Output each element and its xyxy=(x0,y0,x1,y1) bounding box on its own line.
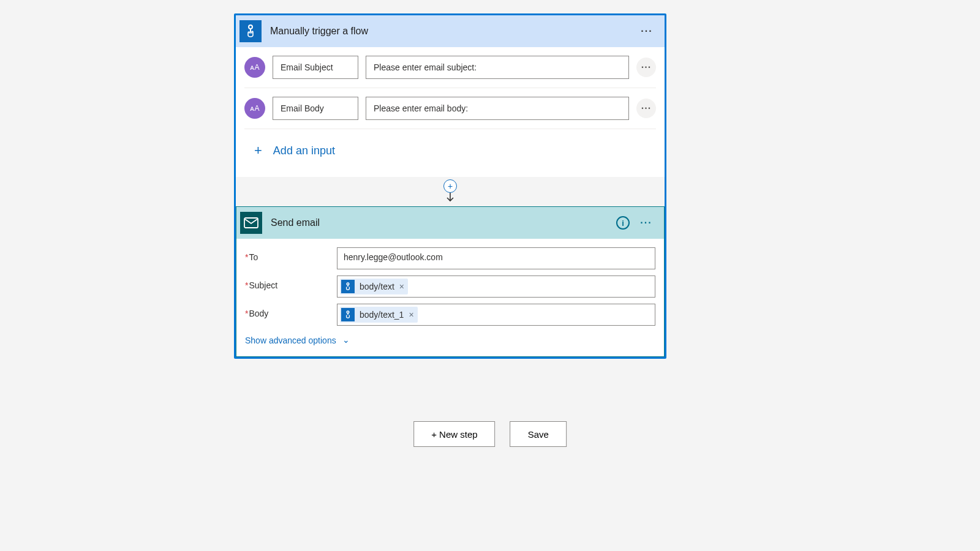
trigger-header[interactable]: Manually trigger a flow ··· xyxy=(236,15,665,47)
to-input[interactable]: henry.legge@outlook.com xyxy=(337,247,655,269)
save-button[interactable]: Save xyxy=(510,421,567,447)
new-step-button[interactable]: + New step xyxy=(413,421,495,447)
svg-point-3 xyxy=(347,311,349,313)
plus-icon: + xyxy=(254,143,262,159)
action-title: Send email xyxy=(271,217,616,228)
action-more-icon[interactable]: ··· xyxy=(637,217,655,228)
remove-token-icon[interactable]: × xyxy=(399,282,404,291)
text-type-icon: ᴀA xyxy=(244,57,265,78)
action-header[interactable]: Send email i ··· xyxy=(236,207,664,239)
svg-point-0 xyxy=(249,25,252,29)
text-type-icon: ᴀA xyxy=(244,98,265,119)
input-name-field[interactable]: Email Body xyxy=(273,97,358,120)
add-input-label: Add an input xyxy=(273,144,335,157)
input-prompt-field[interactable]: Please enter email subject: xyxy=(366,56,629,79)
input-prompt-field[interactable]: Please enter email body: xyxy=(366,97,629,120)
body-label: Body xyxy=(245,304,331,318)
token-label: body/text_1 xyxy=(360,310,404,320)
dynamic-token[interactable]: body/text_1 × xyxy=(340,307,418,323)
input-name-field[interactable]: Email Subject xyxy=(273,56,358,79)
subject-label: Subject xyxy=(245,276,331,290)
connector: + xyxy=(236,177,665,206)
to-label: To xyxy=(245,247,331,262)
trigger-input-row: ᴀA Email Body Please enter email body: ·… xyxy=(244,88,656,129)
manual-trigger-icon xyxy=(341,308,355,321)
body-input[interactable]: body/text_1 × xyxy=(337,304,655,326)
show-advanced-toggle[interactable]: Show advanced options ⌄ xyxy=(245,335,655,345)
svg-point-2 xyxy=(347,283,349,285)
trigger-card: Manually trigger a flow ··· ᴀA Email Sub… xyxy=(236,15,665,177)
add-input-button[interactable]: + Add an input xyxy=(244,129,656,174)
mail-icon xyxy=(240,212,262,234)
trigger-more-icon[interactable]: ··· xyxy=(638,26,656,37)
info-icon[interactable]: i xyxy=(616,216,630,230)
subject-input[interactable]: body/text × xyxy=(337,276,655,298)
trigger-title: Manually trigger a flow xyxy=(270,26,638,37)
token-label: body/text xyxy=(360,282,394,291)
manual-trigger-icon xyxy=(239,20,262,42)
advanced-label: Show advanced options xyxy=(245,335,336,345)
manual-trigger-icon xyxy=(341,280,355,293)
input-more-icon[interactable]: ··· xyxy=(636,99,656,118)
input-more-icon[interactable]: ··· xyxy=(636,58,656,77)
arrow-down-icon xyxy=(446,192,454,204)
insert-step-button[interactable]: + xyxy=(443,179,457,193)
remove-token-icon[interactable]: × xyxy=(409,310,413,320)
action-card: Send email i ··· To henry.legge@outlook.… xyxy=(236,206,665,357)
chevron-down-icon: ⌄ xyxy=(342,335,350,345)
trigger-input-row: ᴀA Email Subject Please enter email subj… xyxy=(244,47,656,88)
dynamic-token[interactable]: body/text × xyxy=(340,279,408,294)
